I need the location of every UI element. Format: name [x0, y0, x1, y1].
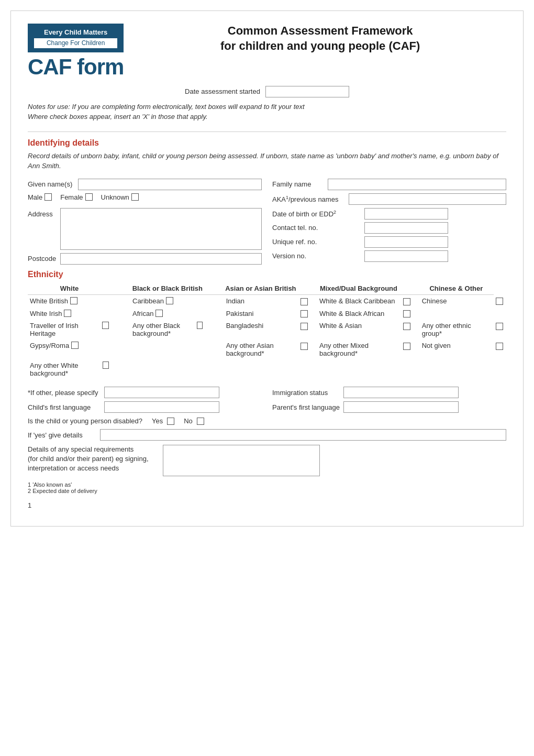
eth-white-british-label: White British: [30, 297, 68, 305]
eth-gypsy-checkbox[interactable]: [71, 342, 79, 349]
eth-chinese-cb: [401, 294, 420, 307]
eth-wbc-checkbox[interactable]: [301, 298, 308, 305]
other-specify-input[interactable]: [104, 387, 219, 398]
col-white: White: [28, 282, 112, 295]
unique-ref-input[interactable]: [364, 236, 448, 248]
special-req-input[interactable]: [163, 445, 320, 476]
aka-label: AKA1/previous names: [272, 195, 346, 203]
eth-white-irish-checkbox[interactable]: [64, 310, 71, 317]
eth-wba-cell: White & Black African: [317, 308, 401, 320]
eth-ng-checkbox[interactable]: [403, 343, 410, 350]
parents-lang-label: Parent's first language: [272, 403, 340, 411]
female-checkbox[interactable]: [85, 193, 93, 201]
eth-oeg-checkbox2[interactable]: [496, 323, 503, 330]
col-other-label: Chinese & Other: [420, 282, 494, 295]
if-yes-input[interactable]: [100, 429, 506, 441]
footnote-2: 2 Expected date of delivery: [28, 488, 506, 494]
eth-wa-checkbox[interactable]: [301, 323, 308, 330]
no-label: No: [184, 417, 193, 425]
special-req-label: Details of any special requirements(for …: [28, 445, 159, 474]
yes-checkbox[interactable]: [167, 418, 174, 425]
eth-white-irish-cell: White Irish: [28, 308, 112, 320]
childs-lang-input[interactable]: [104, 401, 219, 413]
version-input[interactable]: [364, 250, 448, 262]
eth-chinese-checkbox[interactable]: [403, 298, 410, 305]
gender-options: Male Female Unknown: [28, 193, 262, 201]
eth-traveller-checkbox[interactable]: [102, 322, 109, 329]
eth-pakistani-cb-col: [206, 308, 224, 320]
eth-otherblack-cell: Any other Black background*: [130, 320, 206, 339]
languages-row: Child's first language Parent's first la…: [28, 401, 506, 413]
aka-input[interactable]: [349, 193, 506, 205]
eth-african-checkbox[interactable]: [155, 310, 163, 317]
notes-line2: Where check boxes appear, insert an 'X' …: [28, 112, 506, 122]
eth-caribbean-label: Caribbean: [132, 297, 164, 305]
immigration-group: Immigration status: [272, 387, 506, 398]
immigration-input[interactable]: [343, 387, 459, 398]
eth-otherblack-checkbox[interactable]: [197, 322, 203, 329]
date-input[interactable]: [265, 86, 349, 97]
given-name-input[interactable]: [78, 179, 262, 190]
eth-ng-checkbox2[interactable]: [496, 343, 503, 350]
disabled-label: Is the child or young person disabled?: [28, 417, 142, 425]
eth-row5-rest: [112, 359, 506, 379]
col-mixed-label: Mixed/Dual Background: [317, 282, 401, 295]
logo-box: Every Child Matters Change For Children: [28, 24, 124, 52]
eth-otherblack-cb-col: [112, 320, 130, 339]
version-label: Version no.: [272, 252, 361, 260]
given-name-label: Given name(s): [28, 180, 75, 188]
eth-oeg-checkbox[interactable]: [403, 323, 410, 330]
eth-oaa-cb-col: [206, 339, 224, 359]
yes-label: Yes: [152, 417, 163, 425]
footnotes-block: 1 'Also known as' 2 Expected date of del…: [28, 481, 506, 494]
page-container: Every Child Matters Change For Children …: [10, 10, 524, 527]
col-black-label: Black or Black British: [130, 282, 206, 295]
eth-african-cb-col: [112, 308, 130, 320]
family-name-input[interactable]: [328, 179, 506, 190]
eth-gypsy-cell: Gypsy/Roma: [28, 339, 112, 359]
address-input[interactable]: [60, 208, 262, 250]
eth-wba-cb: [298, 308, 317, 320]
col-other: [401, 282, 420, 295]
contact-tel-input[interactable]: [364, 222, 448, 234]
eth-caribean-cb-col: [112, 294, 130, 307]
postcode-input[interactable]: [60, 253, 262, 265]
female-label: Female: [60, 193, 83, 201]
no-checkbox[interactable]: [197, 418, 204, 425]
unknown-checkbox[interactable]: [131, 193, 139, 201]
other-specify-label: *If other, please specify: [28, 389, 101, 397]
eth-oam-checkbox[interactable]: [301, 343, 308, 350]
date-row: Date assessment started: [28, 86, 506, 97]
eth-otherwhite-checkbox[interactable]: [103, 361, 109, 369]
eth-gypsy-label: Gypsy/Roma: [30, 342, 69, 349]
eth-wba-checkbox[interactable]: [301, 310, 308, 317]
right-fields: Date of birth or EDD2 Contact tel. no. U…: [272, 208, 506, 262]
unique-ref-label: Unique ref. no.: [272, 238, 361, 246]
eth-white-british-checkbox[interactable]: [70, 297, 77, 304]
male-checkbox[interactable]: [44, 193, 52, 201]
eth-row-2: White Irish African Pakistani: [28, 308, 506, 320]
unknown-option: Unknown: [101, 193, 139, 201]
eth-indian: Indian: [224, 294, 299, 307]
eth-wa-cb: [298, 320, 317, 339]
page-header: Every Child Matters Change For Children …: [28, 24, 506, 80]
eth-wba-cb2: [401, 308, 420, 320]
eth-row-4: Gypsy/Roma Any other Asian background* A…: [28, 339, 506, 359]
contact-tel-row: Contact tel. no.: [272, 222, 506, 234]
eth-ng-cb2: [494, 339, 506, 359]
parents-lang-group: Parent's first language: [272, 401, 506, 413]
eth-caribbean-checkbox[interactable]: [166, 297, 173, 304]
ethnicity-table: White Black or Black British Asian or As…: [28, 282, 506, 379]
eth-ng-cb: [401, 339, 420, 359]
eth-wba-checkbox2[interactable]: [403, 310, 410, 317]
eth-chinese: Chinese: [420, 294, 494, 307]
eth-wbc-cb: [298, 294, 317, 307]
unknown-label: Unknown: [101, 193, 129, 201]
eth-chinese-checkbox2[interactable]: [496, 298, 503, 305]
notes-block: Notes for use: If you are completing for…: [28, 102, 506, 122]
eth-header-row: White Black or Black British Asian or As…: [28, 282, 506, 295]
col-black: [112, 282, 130, 295]
dob-input[interactable]: [364, 208, 448, 220]
logo-line2: Change For Children: [34, 38, 117, 48]
parents-lang-input[interactable]: [343, 401, 459, 413]
